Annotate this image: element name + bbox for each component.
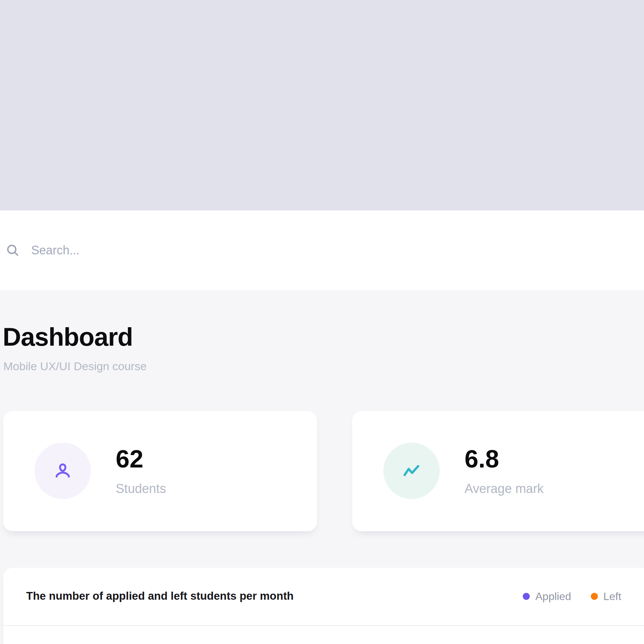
chart-gridline	[3, 625, 644, 626]
legend-label-applied: Applied	[535, 590, 571, 603]
search-icon[interactable]	[5, 243, 20, 258]
legend-item-applied[interactable]: Applied	[523, 590, 571, 603]
trend-up-icon	[401, 460, 422, 481]
search-input[interactable]	[31, 243, 266, 257]
average-mark-label: Average mark	[465, 482, 544, 495]
course-subtitle: Mobile UX/UI Design course	[3, 360, 147, 372]
applied-dot-icon	[523, 593, 530, 600]
average-mark-icon-circle	[383, 443, 440, 499]
page-title: Dashboard	[3, 324, 133, 350]
students-count: 62	[116, 447, 143, 472]
user-icon	[52, 460, 73, 481]
chart-title: The number of applied and left students …	[26, 589, 294, 603]
average-mark-value: 6.8	[465, 447, 499, 472]
students-icon-circle	[35, 443, 91, 499]
legend-item-left[interactable]: Left	[591, 590, 621, 603]
chart-card: The number of applied and left students …	[3, 568, 644, 644]
average-mark-stat-card: 6.8 Average mark	[352, 411, 644, 531]
legend-label-left: Left	[603, 590, 621, 603]
students-stat-card: 62 Students	[3, 411, 317, 531]
chart-legend: Applied Left	[523, 590, 621, 603]
search-bar	[0, 210, 644, 290]
search-field[interactable]	[5, 210, 266, 290]
left-dot-icon	[591, 593, 598, 600]
hero-banner	[0, 0, 644, 210]
students-label: Students	[116, 482, 166, 495]
